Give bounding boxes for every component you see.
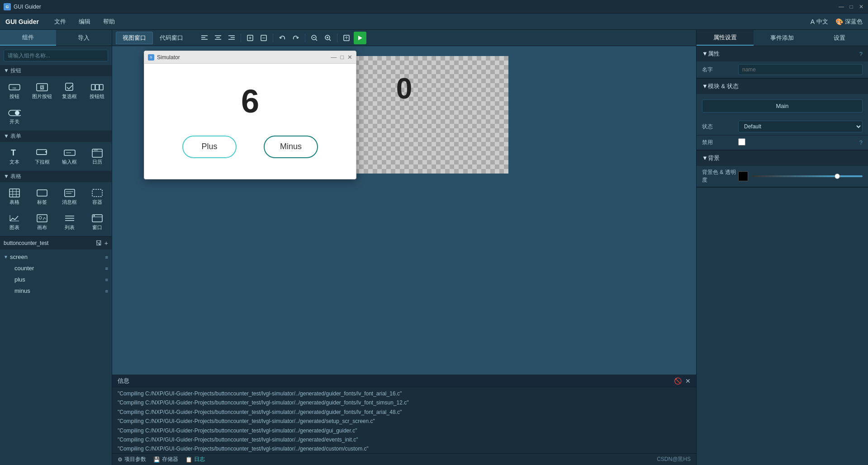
run-button[interactable]	[354, 32, 366, 44]
tab-events-add[interactable]: 事件添加	[754, 30, 811, 46]
sim-plus-button[interactable]: Plus	[182, 136, 237, 158]
sim-restore-button[interactable]: □	[340, 54, 344, 61]
bg-color-picker[interactable]	[738, 171, 748, 181]
svg-text:OK: OK	[13, 87, 17, 89]
comp-group-tables-header[interactable]: ▼ 表格	[0, 171, 112, 182]
export-button[interactable]	[340, 32, 353, 44]
info-clear-icon[interactable]: 🚫	[674, 377, 682, 385]
info-close-icon[interactable]: ✕	[685, 377, 691, 385]
align-left-button[interactable]	[198, 32, 211, 44]
container-icon	[91, 188, 104, 198]
tab-view-window[interactable]: 视图窗口	[116, 32, 153, 44]
redo-button[interactable]	[289, 32, 302, 44]
info-tab-storage[interactable]: 💾 存储器	[153, 456, 178, 463]
canvas-label: 画布	[37, 224, 47, 231]
calendar-label: 日历	[92, 159, 102, 165]
comp-switch[interactable]: 开关	[2, 104, 28, 128]
sim-controls: — □ ✕	[331, 54, 352, 61]
tab-settings[interactable]: 设置	[811, 30, 868, 46]
sim-minus-button[interactable]: Minus	[264, 136, 318, 158]
sim-close-button[interactable]: ✕	[347, 54, 352, 61]
save-project-icon[interactable]: 🖫	[95, 240, 102, 247]
comp-window[interactable]: 窗口	[84, 210, 110, 234]
tree-item-screen[interactable]: ▼ screen ≡	[0, 251, 112, 263]
text-icon: T	[8, 148, 21, 158]
comp-chart[interactable]: 图表	[2, 210, 28, 234]
zoom-out-button[interactable]	[308, 32, 321, 44]
btngroup-icon	[91, 82, 104, 92]
zoom-rect2-button[interactable]	[257, 32, 270, 44]
main-state-button[interactable]: Main	[702, 99, 863, 113]
sim-body: 6 Plus Minus	[144, 64, 356, 179]
align-center-button[interactable]	[212, 32, 224, 44]
disabled-help-icon[interactable]: ?	[859, 139, 863, 146]
comp-list[interactable]: 列表	[57, 210, 83, 234]
comp-checkbox[interactable]: 复选框	[57, 79, 83, 103]
comp-label-comp[interactable]: 标签	[29, 185, 55, 208]
tree-item-minus[interactable]: minus ≡	[5, 285, 112, 296]
comp-btngroup[interactable]: 按钮组	[84, 79, 110, 103]
info-tab-log[interactable]: 📋 日志	[185, 456, 205, 463]
main-layout: 组件 导入 ▼ 按钮 OK 按钮	[0, 30, 868, 465]
close-button[interactable]: ✕	[858, 4, 864, 10]
prop-section-background-header[interactable]: ▼背景	[697, 150, 868, 166]
svg-rect-28	[92, 189, 102, 197]
comp-canvas[interactable]: 画布	[29, 210, 55, 234]
comp-imgbutton[interactable]: 🖼 图片按钮	[29, 79, 55, 103]
project-name: buttoncounter_test	[4, 240, 48, 246]
comp-input[interactable]: 输入框	[57, 145, 83, 168]
component-tree: ▼ screen ≡ counter ≡ plus	[0, 249, 112, 465]
tab-import[interactable]: 导入	[56, 30, 112, 46]
window-icon	[91, 213, 104, 223]
menu-file[interactable]: 文件	[48, 15, 72, 28]
prop-value-name	[738, 64, 863, 75]
disabled-checkbox[interactable]	[738, 138, 745, 146]
prop-section-module-header[interactable]: ▼模块 & 状态	[697, 79, 868, 94]
undo-button[interactable]	[276, 32, 289, 44]
add-project-icon[interactable]: +	[104, 240, 108, 247]
theme-button[interactable]: 🎨 深蓝色	[835, 18, 863, 26]
comp-msgbox[interactable]: 消息框	[57, 185, 83, 208]
comp-dropdown[interactable]: ▼ 下拉框	[29, 145, 55, 168]
comp-calendar[interactable]: 30m 日历	[84, 145, 110, 168]
svg-text:▼: ▼	[44, 150, 48, 154]
comp-group-forms-header[interactable]: ▼ 表单	[0, 131, 112, 142]
menu-edit[interactable]: 编辑	[72, 15, 97, 28]
zoom-rect-button[interactable]	[244, 32, 256, 44]
imgbutton-label: 图片按钮	[32, 93, 52, 100]
state-select[interactable]: Default	[738, 121, 863, 132]
attributes-help-icon[interactable]: ?	[859, 51, 863, 57]
svg-rect-4	[66, 83, 73, 90]
menu-help[interactable]: 帮助	[97, 15, 121, 28]
tree-item-plus[interactable]: plus ≡	[5, 274, 112, 285]
chart-label: 图表	[9, 224, 19, 231]
language-button[interactable]: A 中文	[811, 18, 828, 26]
tree-item-counter[interactable]: counter ≡	[5, 263, 112, 274]
log-line-2: "Compiling C:/NXP/GUI-Guider-Projects/bu…	[118, 408, 691, 417]
comp-table[interactable]: 表格	[2, 185, 28, 208]
info-tab-project-params[interactable]: ⚙ 项目参数	[118, 456, 146, 463]
tab-components[interactable]: 组件	[0, 30, 56, 46]
comp-button[interactable]: OK 按钮	[2, 79, 28, 103]
search-input[interactable]	[4, 50, 108, 61]
comp-text[interactable]: T 文本	[2, 145, 28, 168]
tab-code-window[interactable]: 代码窗口	[153, 32, 190, 44]
minimize-button[interactable]: —	[838, 4, 844, 10]
prop-label-name: 名字	[702, 66, 738, 74]
maximize-button[interactable]: □	[848, 4, 854, 10]
comp-group-buttons-header[interactable]: ▼ 按钮	[0, 65, 112, 76]
zoom-in-button[interactable]	[322, 32, 334, 44]
title-bar-text: GUI Guider	[14, 4, 41, 10]
sim-minimize-button[interactable]: —	[331, 54, 337, 61]
align-right-button[interactable]	[225, 32, 238, 44]
input-icon	[63, 148, 76, 158]
svg-text:T: T	[11, 148, 16, 157]
comp-container[interactable]: 容器	[84, 185, 110, 208]
opacity-slider[interactable]	[752, 175, 863, 177]
info-footer-right: CSDN@黑HS	[657, 456, 691, 463]
prop-section-attributes-header[interactable]: ▼属性 ?	[697, 46, 868, 61]
name-input[interactable]	[738, 64, 863, 75]
comp-grid-tables: 表格 标签 消息框 容	[0, 182, 112, 236]
svg-rect-24	[37, 190, 47, 196]
tab-props-settings[interactable]: 属性设置	[697, 30, 754, 46]
